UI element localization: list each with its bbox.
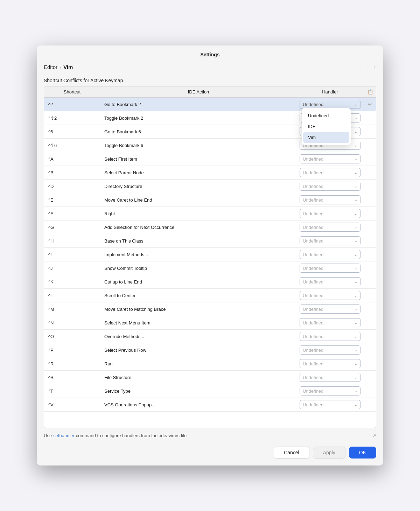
- handler-cell[interactable]: Undefined ⌄: [297, 207, 363, 220]
- table-row[interactable]: ^E Move Caret to Line End Undefined ⌄: [44, 193, 376, 207]
- chevron-down-icon: ⌄: [354, 266, 357, 271]
- handler-cell[interactable]: Undefined ⌄: [297, 166, 363, 179]
- reset-icon-cell: [363, 403, 376, 406]
- table-row[interactable]: ^T Service Type Undefined ⌄: [44, 384, 376, 398]
- table-row[interactable]: ^K Cut up to Line End Undefined ⌄: [44, 275, 376, 289]
- handler-cell[interactable]: Undefined ⌄: [297, 384, 363, 398]
- nav-forward-arrow[interactable]: →: [371, 64, 376, 70]
- dropdown-option-undefined[interactable]: Undefined: [302, 110, 351, 121]
- table-row[interactable]: ^D Directory Structure Undefined ⌄: [44, 180, 376, 193]
- handler-cell[interactable]: Undefined ⌄: [297, 275, 363, 288]
- table-row[interactable]: ^N Select Next Menu Item Undefined ⌄: [44, 316, 376, 330]
- handler-cell[interactable]: Undefined ⌄: [297, 412, 363, 413]
- reset-icon[interactable]: ↩: [368, 101, 372, 107]
- table-row[interactable]: ^A Select First Item Undefined ⌄: [44, 152, 376, 166]
- chevron-down-icon: ⌄: [354, 293, 357, 298]
- reset-icon-cell: [363, 158, 376, 160]
- nav-back-arrow[interactable]: ←: [360, 64, 366, 70]
- reset-icon-cell: [363, 362, 376, 365]
- handler-cell[interactable]: Undefined ⌄: [297, 316, 363, 329]
- handler-cell[interactable]: Undefined ⌄: [297, 343, 363, 357]
- handler-cell[interactable]: Undefined ⌄: [297, 248, 363, 261]
- handler-value: Undefined: [303, 361, 323, 366]
- handler-dropdown[interactable]: Undefined ⌄: [300, 386, 360, 396]
- action-cell: Go to Bookmark 2: [100, 100, 297, 109]
- handler-cell[interactable]: Undefined ⌄: [297, 220, 363, 234]
- reset-icon-cell: [363, 349, 376, 351]
- handler-dropdown[interactable]: Undefined ⌄: [300, 359, 360, 368]
- shortcut-cell: ^P: [44, 345, 100, 355]
- handler-cell[interactable]: Undefined ⌄: [297, 398, 363, 411]
- handler-cell[interactable]: Undefined ⌄: [297, 152, 363, 166]
- handler-cell[interactable]: Undefined ⌄: [297, 180, 363, 193]
- table-row[interactable]: ^I Implement Methods... Undefined ⌄: [44, 248, 376, 261]
- action-cell: Base on This Class: [100, 236, 297, 246]
- handler-dropdown[interactable]: Undefined ⌄: [300, 304, 360, 314]
- table-row[interactable]: ^R Run Undefined ⌄: [44, 357, 376, 371]
- table-row[interactable]: ^W Show Write Access Undefined ⌄: [44, 412, 376, 413]
- table-row[interactable]: ^M Move Caret to Matching Brace Undefine…: [44, 302, 376, 316]
- action-cell: Move Caret to Matching Brace: [100, 304, 297, 314]
- shortcut-cell: ^D: [44, 182, 100, 191]
- table-body: ^2 Go to Bookmark 2 Undefined ⌄ Undefine…: [44, 98, 376, 413]
- action-cell: Select Next Menu Item: [100, 318, 297, 328]
- apply-button[interactable]: Apply: [313, 447, 345, 458]
- handler-dropdown[interactable]: Undefined ⌄: [300, 291, 360, 300]
- dropdown-option-vim[interactable]: Vim: [303, 132, 349, 143]
- handler-cell[interactable]: Undefined ⌄: [297, 330, 363, 343]
- footer-link[interactable]: sethandler: [53, 433, 75, 438]
- ok-button[interactable]: OK: [349, 447, 376, 458]
- dropdown-option-ide[interactable]: IDE: [302, 121, 351, 132]
- handler-cell[interactable]: Undefined ⌄: [297, 302, 363, 316]
- handler-cell[interactable]: Undefined ⌄: [297, 371, 363, 384]
- breadcrumb-editor[interactable]: Editor: [44, 64, 57, 70]
- external-link-icon[interactable]: ↗: [372, 433, 376, 438]
- handler-value: Undefined: [303, 266, 323, 271]
- handler-dropdown[interactable]: Undefined ⌄: [300, 373, 360, 382]
- handler-dropdown-popup: Undefined IDE Vim: [302, 108, 351, 145]
- handler-dropdown[interactable]: Undefined ⌄: [300, 195, 360, 204]
- table-row[interactable]: ^S File Structure Undefined ⌄: [44, 371, 376, 384]
- handler-cell[interactable]: Undefined ⌄: [297, 289, 363, 302]
- settings-dialog: Settings Editor › Vim ← → Shortcut Confl…: [37, 46, 383, 465]
- chevron-down-icon: ⌄: [354, 239, 357, 243]
- handler-dropdown[interactable]: Undefined ⌄: [300, 318, 360, 327]
- handler-value: Undefined: [303, 225, 323, 230]
- handler-cell[interactable]: Undefined ⌄: [297, 261, 363, 275]
- handler-dropdown[interactable]: Undefined ⌄: [300, 250, 360, 259]
- handler-dropdown[interactable]: Undefined ⌄: [300, 182, 360, 191]
- shortcut-cell: ^N: [44, 318, 100, 328]
- handler-cell[interactable]: Undefined ⌄: [297, 193, 363, 206]
- table-row[interactable]: ^2 Go to Bookmark 2 Undefined ⌄ Undefine…: [44, 98, 376, 111]
- handler-dropdown[interactable]: Undefined ⌄: [300, 223, 360, 232]
- handler-cell[interactable]: Undefined ⌄: [297, 357, 363, 370]
- table-row[interactable]: ^L Scroll to Center Undefined ⌄: [44, 289, 376, 302]
- table-row[interactable]: ^F Right Undefined ⌄: [44, 207, 376, 220]
- handler-dropdown[interactable]: Undefined ⌄: [300, 332, 360, 341]
- handler-dropdown[interactable]: Undefined ⌄: [300, 154, 360, 163]
- table-row[interactable]: ^P Select Previous Row Undefined ⌄: [44, 343, 376, 357]
- table-row[interactable]: ^O Override Methods... Undefined ⌄: [44, 330, 376, 343]
- handler-cell[interactable]: Undefined ⌄ Undefined IDE Vim: [297, 98, 363, 111]
- handler-dropdown[interactable]: Undefined ⌄: [300, 400, 360, 409]
- handler-dropdown[interactable]: Undefined ⌄: [300, 100, 360, 109]
- table-row[interactable]: ^G Add Selection for Next Occurrence Und…: [44, 220, 376, 234]
- handler-dropdown[interactable]: Undefined ⌄: [300, 168, 360, 177]
- handler-dropdown[interactable]: Undefined ⌄: [300, 236, 360, 245]
- handler-dropdown[interactable]: Undefined ⌄: [300, 345, 360, 355]
- handler-dropdown[interactable]: Undefined ⌄: [300, 264, 360, 273]
- chevron-down-icon: ⌄: [354, 184, 357, 189]
- table-row[interactable]: ^V VCS Operations Popup... Undefined ⌄: [44, 398, 376, 412]
- handler-dropdown[interactable]: Undefined ⌄: [300, 277, 360, 286]
- table-row[interactable]: ^B Select Parent Node Undefined ⌄: [44, 166, 376, 180]
- table-row[interactable]: ^J Show Commit Tooltip Undefined ⌄: [44, 261, 376, 275]
- handler-cell[interactable]: Undefined ⌄: [297, 234, 363, 247]
- breadcrumb-vim[interactable]: Vim: [63, 64, 73, 70]
- chevron-down-icon: ⌄: [354, 170, 357, 175]
- button-bar: Cancel Apply OK: [37, 441, 383, 465]
- handler-dropdown[interactable]: Undefined ⌄: [300, 209, 360, 218]
- cancel-button[interactable]: Cancel: [274, 447, 309, 458]
- col-handler-header: Handler: [297, 86, 363, 97]
- table-row[interactable]: ^H Base on This Class Undefined ⌄: [44, 234, 376, 248]
- chevron-down-icon: ⌄: [354, 334, 357, 339]
